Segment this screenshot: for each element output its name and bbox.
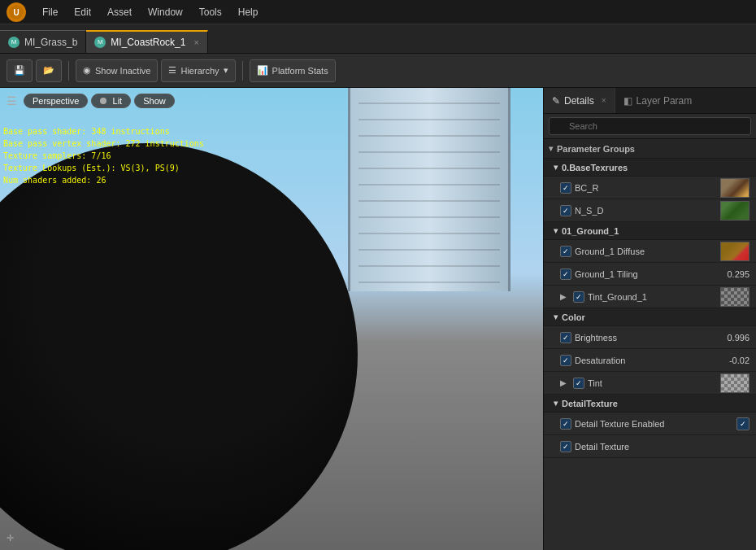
save-icon: 💾	[14, 65, 25, 76]
overlay-line-3: Texture Lookups (Est.): VS(3), PS(9)	[3, 162, 204, 174]
ground-tiling-checkbox[interactable]: ✓	[560, 268, 571, 280]
ground-diffuse-preview	[721, 242, 749, 260]
tint-checkbox[interactable]: ✓	[573, 378, 584, 389]
show-inactive-icon: ◉	[83, 65, 91, 76]
show-inactive-label: Show Inactive	[95, 66, 150, 76]
perspective-label: Perspective	[33, 96, 79, 106]
dte-bool-icon: ✓	[740, 420, 746, 428]
tab-grass-icon: M	[8, 37, 20, 48]
menu-file[interactable]: File	[39, 5, 61, 20]
title-bar: U File Edit Asset Window Tools Help	[0, 0, 756, 24]
search-input[interactable]	[549, 117, 751, 135]
detail-texture-header[interactable]: ▾ DetailTexture	[544, 395, 756, 412]
browse-icon: 📂	[43, 65, 54, 76]
dt-check-icon: ✓	[563, 443, 569, 451]
param-row-nsd: ✓ N_S_D	[544, 199, 756, 222]
tint-ground-texture[interactable]	[720, 287, 749, 307]
brightness-check-icon: ✓	[563, 334, 569, 342]
svg-text:U: U	[13, 8, 19, 17]
main-area: ☰ Perspective Lit Show Base pass shader:…	[0, 88, 756, 550]
tint-texture[interactable]	[720, 373, 749, 393]
platform-stats-icon: 📊	[257, 65, 268, 76]
detail-texture-enabled-checkbox[interactable]: ✓	[560, 418, 571, 430]
menu-tools[interactable]: Tools	[196, 5, 225, 20]
parameter-groups-header[interactable]: ▾ Parameter Groups	[544, 139, 756, 159]
lit-button[interactable]: Lit	[91, 94, 131, 108]
desaturation-checkbox[interactable]: ✓	[560, 355, 571, 366]
brightness-checkbox[interactable]: ✓	[560, 332, 571, 343]
ground-diffuse-checkbox[interactable]: ✓	[560, 246, 571, 257]
detail-texture-enabled-label: Detail Texture Enabled	[575, 419, 733, 429]
details-panel: ✎ Details × ◧ Layer Param 🔍 ▾ Parameter …	[543, 88, 756, 550]
toolbar: 💾 📂 ◉ Show Inactive ☰ Hierarchy ▾ 📊 Plat…	[0, 54, 756, 88]
nsd-checkbox[interactable]: ✓	[560, 205, 571, 216]
overlay-line-0: Base pass shader: 348 instructions	[3, 125, 204, 138]
pg-arrow-icon: ▾	[549, 144, 553, 153]
param-row-detail-texture: ✓ Detail Texture	[544, 435, 756, 458]
detail-texture-enabled-bool[interactable]: ✓	[736, 417, 749, 430]
ground-header[interactable]: ▾ 01_Ground_1	[544, 222, 756, 240]
param-row-tint-ground: ▶ ✓ Tint_Ground_1	[544, 286, 756, 308]
menu-window[interactable]: Window	[145, 5, 186, 20]
platform-stats-label: Platform Stats	[272, 66, 328, 76]
tint-ground-preview	[721, 288, 749, 306]
desaturation-value: -0.02	[717, 356, 749, 365]
brightness-label: Brightness	[575, 333, 714, 343]
tint-label: Tint	[588, 378, 717, 388]
hierarchy-chevron: ▾	[224, 65, 228, 76]
perspective-button[interactable]: Perspective	[24, 94, 88, 108]
param-row-brightness: ✓ Brightness 0.996	[544, 326, 756, 349]
param-row-tint: ▶ ✓ Tint	[544, 372, 756, 395]
color-label: Color	[562, 312, 585, 322]
viewport-menu-button[interactable]: ☰	[3, 93, 20, 109]
color-header[interactable]: ▾ Color	[544, 308, 756, 326]
ground-diffuse-texture[interactable]	[720, 242, 749, 261]
viewport-building	[348, 88, 511, 291]
tint-ground-expand-icon[interactable]: ▶	[560, 292, 570, 301]
tab-coast[interactable]: M MI_CoastRock_1 ×	[86, 30, 207, 53]
tint-ground-label: Tint_Ground_1	[588, 292, 717, 302]
ground-tiling-value: 0.295	[717, 269, 749, 279]
show-button[interactable]: Show	[134, 94, 175, 108]
base-textures-header[interactable]: ▾ 0.BaseTexrures	[544, 159, 756, 177]
toolbar-sep-2	[242, 61, 243, 81]
dt-arrow-icon: ▾	[554, 399, 558, 408]
bt-arrow-icon: ▾	[554, 163, 558, 172]
layer-param-tab[interactable]: ◧ Layer Param	[615, 88, 701, 113]
lit-dot-icon	[100, 98, 106, 104]
overlay-line-1: Base pass vertex shader: 272 instruction…	[3, 138, 204, 150]
base-textures-label: 0.BaseTexrures	[562, 163, 628, 172]
tint-ground-checkbox[interactable]: ✓	[573, 291, 584, 303]
bc-r-checkbox[interactable]: ✓	[560, 182, 571, 194]
nsd-texture[interactable]	[720, 201, 749, 220]
platform-stats-button[interactable]: 📊 Platform Stats	[250, 59, 336, 82]
tab-grass[interactable]: M MI_Grass_b	[0, 30, 86, 53]
tint-expand-icon[interactable]: ▶	[560, 378, 570, 387]
detail-texture-checkbox[interactable]: ✓	[560, 441, 571, 452]
ground-diffuse-check-icon: ✓	[563, 247, 569, 255]
menu-asset[interactable]: Asset	[104, 5, 135, 20]
param-row-bc-r: ✓ BC_R	[544, 177, 756, 199]
bc-r-texture-preview	[721, 179, 749, 197]
browse-button[interactable]: 📂	[36, 59, 62, 82]
save-button[interactable]: 💾	[7, 59, 33, 82]
details-close-button[interactable]: ×	[602, 96, 606, 105]
hierarchy-button[interactable]: ☰ Hierarchy ▾	[161, 59, 235, 82]
details-tab[interactable]: ✎ Details ×	[544, 88, 615, 113]
tab-coast-close[interactable]: ×	[193, 37, 198, 47]
show-label: Show	[143, 96, 166, 106]
menu-edit[interactable]: Edit	[71, 5, 94, 20]
menu-help[interactable]: Help	[235, 5, 262, 20]
viewport-controls: ☰ Perspective Lit Show	[3, 93, 175, 109]
tab-coast-label: MI_CoastRock_1	[111, 37, 185, 48]
hierarchy-label: Hierarchy	[180, 66, 219, 76]
viewport-overlay: Base pass shader: 348 instructions Base …	[3, 125, 204, 186]
ue-logo: U	[7, 2, 26, 22]
bc-r-texture[interactable]	[720, 178, 749, 198]
tint-check-icon: ✓	[576, 379, 582, 387]
viewport[interactable]: ☰ Perspective Lit Show Base pass shader:…	[0, 88, 543, 550]
search-container: 🔍	[549, 117, 751, 135]
show-inactive-button[interactable]: ◉ Show Inactive	[76, 59, 158, 82]
detail-texture-label: Detail Texture	[575, 442, 749, 452]
tab-coast-icon: M	[94, 37, 106, 48]
